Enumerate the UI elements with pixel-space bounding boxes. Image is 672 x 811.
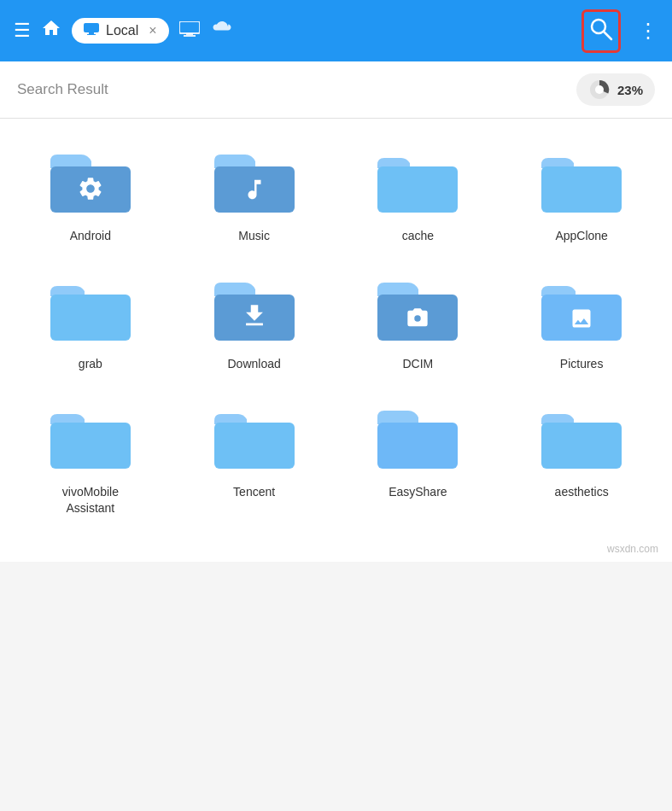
svg-rect-21 — [541, 423, 622, 469]
folder-icon-aesthetics — [535, 399, 628, 476]
svg-rect-1 — [89, 32, 94, 34]
svg-rect-14 — [50, 295, 131, 341]
folder-icon-cache — [371, 143, 465, 219]
folder-type-icon-pictures — [569, 306, 594, 334]
folder-item-cache[interactable]: cache — [336, 127, 500, 255]
tab-label: Local — [106, 23, 138, 38]
folder-grid: Android Music cache — [0, 119, 672, 536]
cloud-icon[interactable] — [210, 20, 232, 42]
folder-label-tencent: Tencent — [233, 484, 275, 499]
folder-icon-android — [44, 143, 137, 219]
folder-item-vivomobile[interactable]: vivoMobileAssistant — [9, 383, 172, 527]
svg-rect-13 — [541, 166, 622, 213]
subheader: Search Result 23% — [0, 61, 672, 119]
folder-type-icon-dcim — [405, 306, 430, 334]
svg-rect-5 — [184, 35, 196, 37]
svg-point-9 — [595, 85, 604, 94]
svg-rect-18 — [50, 423, 131, 469]
svg-rect-4 — [186, 33, 193, 35]
svg-rect-2 — [87, 34, 96, 35]
folder-type-icon-download — [240, 301, 269, 334]
folder-icon-download — [207, 271, 301, 347]
svg-line-7 — [604, 32, 611, 39]
hamburger-icon[interactable]: ☰ — [14, 21, 31, 40]
more-icon[interactable]: ⋮ — [638, 19, 658, 43]
folder-item-android[interactable]: Android — [9, 127, 172, 255]
folder-item-aesthetics[interactable]: aesthetics — [500, 383, 663, 527]
watermark: wsxdn.com — [0, 536, 672, 562]
folder-label-cache: cache — [402, 228, 434, 243]
top-bar: ☰ Local × — [0, 0, 672, 61]
folder-type-icon-music — [242, 177, 267, 206]
folder-label-music: Music — [238, 228, 270, 243]
folder-item-dcim[interactable]: DCIM — [336, 255, 500, 383]
second-screen-icon[interactable] — [179, 20, 200, 42]
folder-icon-vivomobile — [44, 399, 137, 476]
folder-label-dcim: DCIM — [402, 356, 433, 371]
folder-type-icon-android — [77, 175, 104, 206]
folder-icon-tencent — [207, 399, 301, 476]
folder-item-easyshare[interactable]: EasyShare — [336, 383, 500, 527]
svg-rect-12 — [377, 166, 458, 213]
search-icon — [587, 15, 615, 47]
folder-icon-music — [207, 143, 301, 219]
local-tab[interactable]: Local × — [72, 18, 169, 44]
folder-item-pictures[interactable]: Pictures — [500, 255, 663, 383]
svg-rect-3 — [179, 21, 200, 33]
storage-badge[interactable]: 23% — [576, 73, 655, 106]
folder-label-android: Android — [70, 228, 111, 243]
search-button[interactable] — [581, 9, 621, 53]
folder-item-appclone[interactable]: AppClone — [500, 127, 663, 255]
tab-screen-icon — [84, 23, 99, 38]
svg-rect-19 — [214, 423, 295, 469]
folder-label-grab: grab — [79, 356, 102, 371]
pie-chart-icon — [588, 79, 611, 101]
svg-rect-20 — [377, 423, 458, 469]
folder-label-vivomobile: vivoMobileAssistant — [62, 484, 119, 515]
folder-label-download: Download — [227, 356, 280, 371]
home-icon[interactable] — [41, 18, 61, 44]
folder-icon-easyshare — [371, 399, 465, 476]
folder-label-aesthetics: aesthetics — [555, 484, 609, 499]
folder-icon-pictures — [535, 271, 628, 347]
folder-icon-appclone — [535, 143, 628, 219]
folder-item-music[interactable]: Music — [172, 127, 336, 255]
folder-item-grab[interactable]: grab — [9, 255, 172, 383]
folder-label-easyshare: EasyShare — [389, 484, 447, 499]
folder-label-appclone: AppClone — [555, 228, 608, 243]
svg-rect-0 — [84, 23, 99, 32]
storage-percent: 23% — [617, 83, 643, 97]
folder-label-pictures: Pictures — [560, 356, 604, 371]
folder-item-download[interactable]: Download — [172, 255, 336, 383]
folder-icon-grab — [44, 271, 137, 347]
folder-icon-dcim — [371, 271, 465, 347]
folder-item-tencent[interactable]: Tencent — [172, 383, 336, 527]
search-result-label: Search Result — [17, 81, 576, 98]
tab-close-icon[interactable]: × — [149, 23, 156, 38]
